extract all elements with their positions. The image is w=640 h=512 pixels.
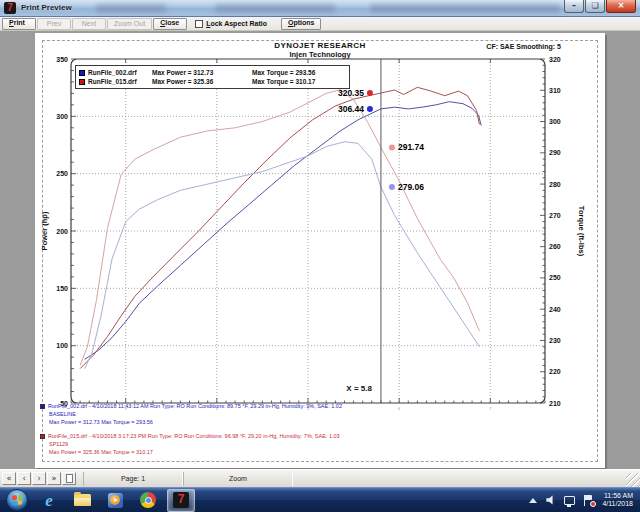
legend-row: RunFile_002.drf Max Power = 312.73 Max T… xyxy=(79,68,344,77)
lock-aspect-ratio-control[interactable]: Lock Aspect Ratio xyxy=(195,20,267,28)
svg-text:300: 300 xyxy=(56,113,68,120)
svg-text:Power (hp): Power (hp) xyxy=(40,211,49,250)
cursor-marker xyxy=(367,106,373,112)
svg-text:270: 270 xyxy=(549,212,561,219)
zoom-cell: Zoom xyxy=(183,472,293,486)
show-hidden-icons-button[interactable] xyxy=(529,498,537,503)
legend-row: RunFile_015.drf Max Power = 325.36 Max T… xyxy=(79,77,344,86)
alert-badge xyxy=(590,501,596,507)
first-page-button[interactable]: « xyxy=(2,472,16,485)
curve xyxy=(80,90,479,366)
prev-page-button[interactable]: ‹ xyxy=(17,472,31,485)
taskbar-clock[interactable]: 11:56 AM 4/11/2018 xyxy=(602,492,633,509)
legend-swatch-red xyxy=(79,79,85,85)
cursor-marker xyxy=(389,184,395,190)
svg-text:300: 300 xyxy=(549,118,561,125)
page-view-button[interactable] xyxy=(62,472,76,485)
svg-text:306.44: 306.44 xyxy=(338,104,364,114)
taskbar-chrome-button[interactable] xyxy=(134,489,162,512)
svg-text:210: 210 xyxy=(549,400,561,407)
windows-logo-icon xyxy=(12,494,22,505)
report-page: DYNOJET RESEARCH Injen Technology CF: SA… xyxy=(35,33,605,468)
media-player-icon xyxy=(108,493,123,508)
maximize-button[interactable]: ❏ xyxy=(585,0,605,13)
lock-aspect-ratio-checkbox[interactable] xyxy=(195,20,203,28)
preview-area: DYNOJET RESEARCH Injen Technology CF: SA… xyxy=(0,31,640,469)
run-swatch-red xyxy=(40,434,45,439)
page-number-cell: Page: 1 xyxy=(83,472,183,486)
cursor-marker xyxy=(367,90,373,96)
svg-text:6: 6 xyxy=(398,406,401,411)
svg-text:280: 280 xyxy=(549,181,561,188)
cursor-marker xyxy=(389,144,395,150)
statusbar: « ‹ › » Page: 1 Zoom xyxy=(0,469,640,487)
svg-text:150: 150 xyxy=(56,285,68,292)
curve xyxy=(85,102,482,360)
prev-button[interactable]: Prev xyxy=(37,18,71,30)
redacted-text xyxy=(370,4,560,13)
svg-text:291.74: 291.74 xyxy=(398,142,424,152)
next-button[interactable]: Next xyxy=(72,18,106,30)
app-icon: 7 xyxy=(4,2,16,14)
start-button[interactable] xyxy=(6,489,28,511)
run-swatch-blue xyxy=(40,404,45,409)
svg-text:100: 100 xyxy=(56,342,68,349)
svg-text:350: 350 xyxy=(56,56,68,63)
dynojet-app-icon: 7 xyxy=(173,492,189,508)
next-page-button[interactable]: › xyxy=(32,472,46,485)
zoom-out-button[interactable]: Zoom Out xyxy=(107,18,152,30)
last-page-button[interactable]: » xyxy=(47,472,61,485)
taskbar-dynojet-button[interactable]: 7 xyxy=(167,489,195,512)
minimize-button[interactable]: – xyxy=(564,0,584,13)
toolbar: Print Prev Next Zoom Out Close Lock Aspe… xyxy=(0,17,640,31)
redacted-text xyxy=(96,4,166,13)
svg-text:X = 5.8: X = 5.8 xyxy=(346,384,372,393)
action-center-icon[interactable] xyxy=(584,495,593,506)
window-title: Print Preview xyxy=(21,3,72,12)
svg-text:230: 230 xyxy=(549,337,561,344)
svg-text:250: 250 xyxy=(56,170,68,177)
screen: 7 Print Preview – ❏ × Print Prev Next Zo… xyxy=(0,0,640,512)
system-tray: 11:56 AM 4/11/2018 xyxy=(529,492,640,509)
svg-text:260: 260 xyxy=(549,243,561,250)
svg-text:250: 250 xyxy=(549,274,561,281)
svg-text:290: 290 xyxy=(549,149,561,156)
taskbar-media-player-button[interactable] xyxy=(101,489,129,512)
legend-swatch-blue xyxy=(79,70,85,76)
svg-text:279.06: 279.06 xyxy=(398,182,424,192)
print-button[interactable]: Print xyxy=(2,18,36,30)
page-icon xyxy=(66,474,73,483)
redacted-text xyxy=(215,4,335,13)
clock-time: 11:56 AM xyxy=(602,492,633,501)
svg-text:310: 310 xyxy=(549,87,561,94)
chrome-icon xyxy=(140,492,156,508)
taskbar-explorer-button[interactable] xyxy=(68,489,96,512)
options-button[interactable]: Options xyxy=(281,18,321,30)
clock-date: 4/11/2018 xyxy=(602,500,633,509)
internet-explorer-icon: e xyxy=(45,492,53,509)
svg-text:7: 7 xyxy=(489,406,492,411)
chart-legend: RunFile_002.drf Max Power = 312.73 Max T… xyxy=(75,65,350,89)
lock-aspect-ratio-label: Lock Aspect Ratio xyxy=(206,20,267,27)
close-preview-button[interactable]: Close xyxy=(153,18,187,30)
svg-text:200: 200 xyxy=(56,228,68,235)
svg-text:320: 320 xyxy=(549,56,561,63)
svg-text:Torque (ft-lbs): Torque (ft-lbs) xyxy=(577,206,586,257)
run-annotation-baseline: RunFile_002.drf - 4/10/2018 11:43:12 AM … xyxy=(40,402,342,426)
titlebar[interactable]: 7 Print Preview – ❏ × xyxy=(0,0,640,17)
svg-text:240: 240 xyxy=(549,306,561,313)
resize-grip[interactable] xyxy=(626,473,640,487)
svg-text:320.35: 320.35 xyxy=(338,88,364,98)
run-annotation-sp1129: RunFile_015.drf - 4/10/2018 3:17:23 PM R… xyxy=(40,432,340,456)
network-icon[interactable] xyxy=(564,496,575,505)
taskbar-internet-explorer-button[interactable]: e xyxy=(35,489,63,512)
volume-icon[interactable] xyxy=(546,495,556,505)
taskbar: e 7 11:56 AM 4/11/2018 xyxy=(0,487,640,512)
curve xyxy=(80,87,479,368)
svg-text:220: 220 xyxy=(549,368,561,375)
folder-icon xyxy=(74,494,91,506)
close-window-button[interactable]: × xyxy=(606,0,636,13)
